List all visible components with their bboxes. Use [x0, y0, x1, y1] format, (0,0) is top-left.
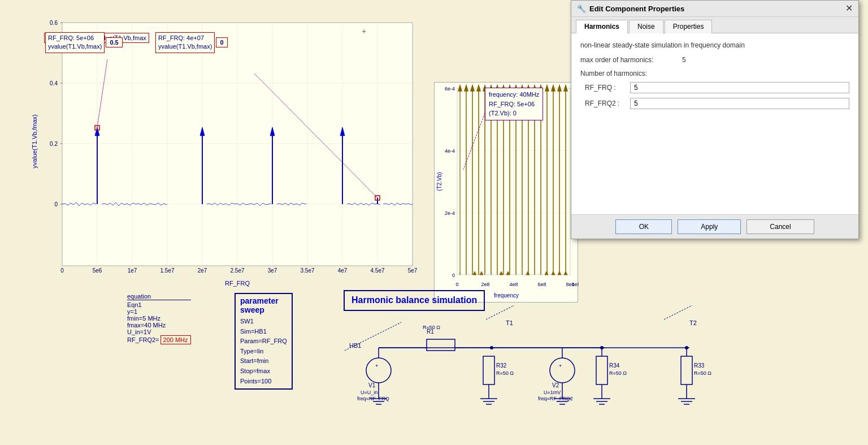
- svg-text:0.6: 0.6: [50, 20, 58, 26]
- schematic-svg: T1 T2 + V1 U=U_in freq=RF_FRQ R1 R=50 Ω: [339, 317, 735, 445]
- svg-text:2e8: 2e8: [481, 282, 489, 287]
- ok-button[interactable]: OK: [615, 219, 672, 234]
- annotation-1-box: RF_FRQ: 5e+06 yvalue(T1.Vb,fmax) 0.5: [45, 32, 123, 53]
- rf-frq2-input[interactable]: [630, 98, 849, 109]
- annotation-2-box: RF_FRQ: 4e+07 yvalue(T1.Vb,fmax) 0: [155, 32, 228, 53]
- svg-text:0: 0: [455, 282, 458, 287]
- hb-simulation-box: Harmonic balance simulation: [344, 290, 485, 311]
- svg-marker-85: [552, 85, 555, 91]
- left-chart: 0.6 0.4 0.2 0 0 5e6 1e7 1.5e7 2e7 2.5e7 …: [28, 17, 424, 294]
- svg-marker-89: [564, 85, 567, 91]
- max-order-value: 5: [682, 56, 686, 64]
- svg-rect-133: [483, 356, 494, 384]
- svg-text:R33: R33: [694, 362, 705, 369]
- svg-marker-61: [477, 85, 480, 91]
- max-order-label: max order of harmonics:: [580, 56, 682, 64]
- svg-point-141: [550, 358, 575, 383]
- dialog-description: non-linear steady-state simulation in fr…: [580, 41, 849, 49]
- svg-text:5e6: 5e6: [93, 267, 102, 274]
- dialog-body: non-linear steady-state simulation in fr…: [571, 33, 858, 214]
- svg-text:3e7: 3e7: [268, 267, 277, 274]
- svg-text:R=50 Ω: R=50 Ω: [423, 325, 440, 330]
- svg-point-118: [366, 358, 391, 383]
- svg-text:0: 0: [54, 201, 58, 208]
- svg-text:0.2: 0.2: [50, 141, 58, 147]
- svg-text:5e7: 5e7: [408, 267, 418, 274]
- svg-text:+: +: [362, 27, 366, 36]
- svg-text:T1: T1: [506, 319, 513, 326]
- svg-text:0: 0: [60, 267, 64, 274]
- dialog-icon: 🔧: [577, 5, 586, 13]
- svg-text:+: +: [375, 363, 378, 369]
- svg-text:2e7: 2e7: [198, 267, 207, 274]
- svg-rect-151: [596, 356, 607, 384]
- svg-text:1e7: 1e7: [128, 267, 137, 274]
- rf-frq-input[interactable]: [630, 82, 849, 93]
- edit-component-dialog: 🔧 Edit Component Properties ✕ Harmonics …: [571, 0, 859, 239]
- svg-text:frequency: frequency: [494, 292, 519, 299]
- svg-text:U=U_in: U=U_in: [361, 390, 377, 395]
- svg-text:6e-4: 6e-4: [445, 86, 455, 92]
- svg-text:R=50 Ω: R=50 Ω: [609, 370, 627, 376]
- svg-text:2e-4: 2e-4: [445, 210, 455, 216]
- svg-text:4e-4: 4e-4: [445, 148, 455, 154]
- svg-text:6e8: 6e8: [537, 282, 546, 287]
- rf-frq-label: RF_FRQ :: [585, 84, 630, 92]
- dialog-buttons: OK Apply Cancel: [571, 214, 858, 239]
- dialog-titlebar: 🔧 Edit Component Properties ✕: [571, 1, 858, 17]
- svg-text:3.5e7: 3.5e7: [300, 267, 314, 274]
- svg-text:U=1mV: U=1mV: [544, 390, 561, 395]
- svg-text:4e7: 4e7: [338, 267, 348, 274]
- svg-text:R34: R34: [609, 362, 620, 369]
- equation-box: equation Eqn1 y=1 fmin=5 MHz fmax=40 MHz…: [127, 293, 191, 344]
- dialog-close-button[interactable]: ✕: [845, 4, 853, 13]
- main-schematic-area: 0.6 0.4 0.2 0 0 5e6 1e7 1.5e7 2e7 2.5e7 …: [0, 0, 868, 445]
- svg-text:V1: V1: [368, 382, 376, 388]
- right-annotation: frequency: 40MHz RF_FRQ: 5e+06 (T2.Vb): …: [485, 88, 543, 120]
- tab-harmonics[interactable]: Harmonics: [576, 20, 628, 33]
- svg-text:yvalue(T1.Vb,fmax): yvalue(T1.Vb,fmax): [31, 114, 38, 168]
- num-harmonics-label: Number of harmonics:: [580, 70, 849, 77]
- rf-frq-row: RF_FRQ :: [580, 82, 849, 93]
- svg-text:R=50 Ω: R=50 Ω: [694, 370, 711, 376]
- svg-text:+: +: [559, 363, 562, 369]
- svg-text:RF_FRQ: RF_FRQ: [225, 280, 250, 287]
- apply-button[interactable]: Apply: [678, 219, 741, 234]
- svg-marker-55: [458, 85, 462, 91]
- svg-rect-161: [681, 356, 692, 384]
- svg-text:R32: R32: [496, 362, 507, 369]
- svg-text:R=50 Ω: R=50 Ω: [496, 370, 514, 376]
- svg-text:2.5e7: 2.5e7: [230, 267, 244, 274]
- svg-marker-59: [471, 85, 474, 91]
- svg-marker-83: [545, 85, 549, 91]
- svg-text:T2: T2: [689, 319, 697, 326]
- svg-text:1e9: 1e9: [571, 282, 579, 287]
- rf-frq2-label: RF_FRQ2 :: [585, 100, 630, 107]
- rf-frq2-row: RF_FRQ2 :: [580, 98, 849, 109]
- svg-marker-87: [558, 85, 561, 91]
- svg-text:V2: V2: [552, 382, 559, 388]
- tab-properties[interactable]: Properties: [665, 20, 713, 33]
- svg-text:4e8: 4e8: [509, 282, 518, 287]
- svg-text:(T2.Vb): (T2.Vb): [436, 172, 442, 191]
- dialog-tabs: Harmonics Noise Properties: [571, 17, 858, 33]
- svg-text:0.4: 0.4: [50, 80, 58, 87]
- svg-text:1.5e7: 1.5e7: [160, 267, 174, 274]
- cancel-button[interactable]: Cancel: [747, 219, 814, 234]
- svg-text:4.5e7: 4.5e7: [370, 267, 384, 274]
- max-order-row: max order of harmonics: 5: [580, 56, 849, 64]
- svg-text:0: 0: [452, 273, 455, 278]
- dialog-title: Edit Component Properties: [589, 5, 684, 13]
- svg-marker-57: [465, 85, 468, 91]
- svg-rect-128: [427, 339, 455, 351]
- sweep-box: parametersweep SW1 Sim=HB1 Param=RF_FRQ …: [235, 293, 293, 390]
- tab-noise[interactable]: Noise: [629, 20, 663, 33]
